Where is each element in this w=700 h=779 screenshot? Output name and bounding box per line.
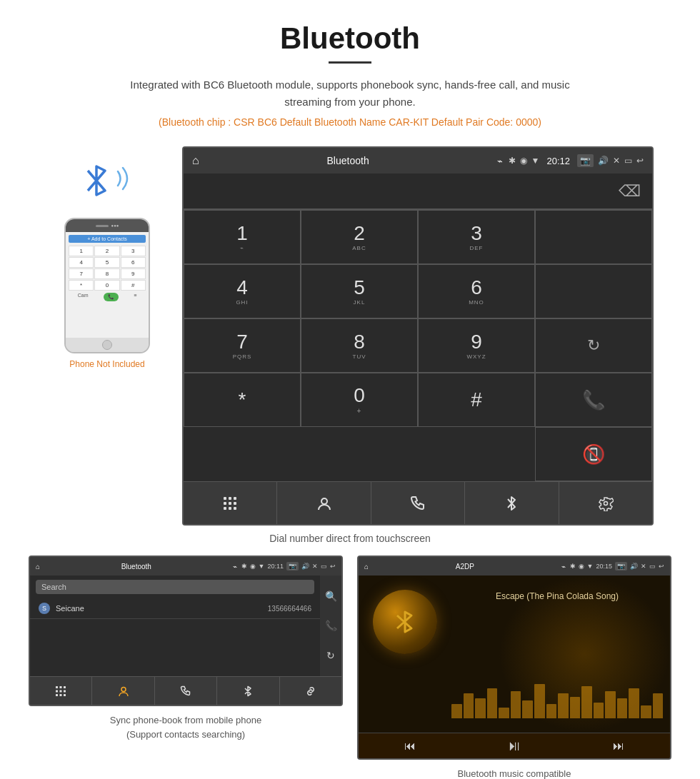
music-bar [605, 691, 616, 718]
pb-close-icon[interactable]: ✕ [312, 563, 318, 570]
music-vol-icon[interactable]: 🔊 [630, 563, 638, 570]
dial-key-0[interactable]: 0+ [301, 373, 418, 427]
phone-key-2[interactable]: 2 [94, 246, 119, 256]
pb-nav-dialpad[interactable] [30, 677, 92, 705]
dial-key-2[interactable]: 2ABC [301, 210, 418, 264]
svg-point-10 [604, 501, 607, 505]
dial-key-7[interactable]: 7PQRS [184, 318, 301, 373]
pb-search-icon[interactable]: 🔍 [325, 590, 337, 602]
car-status-bar: ⌂ Bluetooth ⌁ ✱ ◉ ▼ 20:12 📷 🔊 ✕ ▭ ↩ [184, 148, 652, 174]
dial-key-8[interactable]: 8TUV [301, 318, 418, 373]
title-underline [329, 61, 371, 64]
pb-back-icon[interactable]: ↩ [330, 563, 336, 570]
music-screen: ⌂ A2DP ⌁ ✱ ◉ ▼ 20:15 📷 🔊 ✕ ▭ ↩ [357, 556, 671, 760]
music-screen-icon[interactable]: ▭ [649, 563, 656, 570]
pb-loc-icon: ◉ [250, 563, 256, 570]
nav-bluetooth-icon[interactable] [465, 482, 559, 524]
svg-rect-14 [56, 690, 58, 692]
phone-key-8[interactable]: 8 [94, 268, 119, 279]
music-close-icon[interactable]: ✕ [641, 563, 646, 570]
pb-sync-icon[interactable]: ↻ [326, 650, 335, 661]
phone-key-1[interactable]: 1 [69, 246, 94, 256]
pb-contact-row[interactable]: S Seicane 13566664466 [30, 598, 320, 619]
music-bar [511, 691, 521, 718]
dial-key-5[interactable]: 5JKL [301, 264, 418, 318]
dial-key-9[interactable]: 9WXYZ [418, 318, 535, 373]
music-back-icon[interactable]: ↩ [659, 563, 664, 570]
dial-end-call-btn[interactable]: 📵 [535, 427, 652, 481]
pb-vol-icon[interactable]: 🔊 [301, 563, 309, 570]
bottom-panels: ⌂ Bluetooth ⌁ ✱ ◉ ▼ 20:11 📷 🔊 ✕ ▭ ↩ [0, 556, 700, 779]
pb-time: 20:11 [267, 563, 284, 570]
music-home-icon[interactable]: ⌂ [364, 563, 369, 571]
music-next-btn[interactable]: ⏭ [613, 740, 624, 753]
nav-dialpad-icon[interactable] [184, 482, 277, 524]
phone-key-3[interactable]: 3 [121, 246, 146, 256]
pb-spacer [30, 619, 320, 676]
pb-nav-contacts[interactable] [92, 677, 154, 705]
dial-caption: Dial number direct from touchscreen [0, 533, 700, 544]
phone-not-included-label: Phone Not Included [69, 359, 144, 369]
phone-key-9[interactable]: 9 [121, 268, 146, 279]
pb-nav-bt[interactable] [217, 677, 279, 705]
pb-contact-number: 13566664466 [268, 605, 311, 613]
screen-icon[interactable]: ▭ [624, 156, 632, 166]
svg-rect-17 [56, 694, 58, 696]
back-icon[interactable]: ↩ [636, 156, 644, 166]
phone-key-6[interactable]: 6 [121, 257, 146, 268]
dial-key-3[interactable]: 3DEF [418, 210, 535, 264]
pb-nav-link[interactable] [280, 677, 341, 705]
music-album-art [373, 590, 437, 654]
phonebook-panel: ⌂ Bluetooth ⌁ ✱ ◉ ▼ 20:11 📷 🔊 ✕ ▭ ↩ [29, 556, 343, 779]
music-bar [534, 684, 545, 718]
dial-call-green-btn[interactable]: 📞 [535, 373, 652, 427]
svg-rect-16 [64, 690, 66, 692]
camera-icon[interactable]: 📷 [577, 154, 594, 167]
close-icon[interactable]: ✕ [613, 156, 620, 166]
phone-key-5[interactable]: 5 [94, 257, 119, 268]
dial-key-6[interactable]: 6MNO [418, 264, 535, 318]
phone-key-7[interactable]: 7 [69, 268, 94, 279]
pb-search-placeholder: Search [41, 583, 66, 591]
pb-camera-icon[interactable]: 📷 [286, 562, 299, 571]
svg-rect-19 [64, 694, 66, 696]
nav-phone-icon[interactable] [371, 482, 465, 524]
music-controls: ⏮ ⏯ ⏭ [359, 733, 670, 758]
pb-nav-phone[interactable] [155, 677, 217, 705]
pb-home-icon[interactable]: ⌂ [36, 563, 40, 571]
svg-rect-13 [64, 686, 66, 688]
phone-home-button[interactable] [102, 340, 112, 350]
pb-search-bar[interactable]: Search [36, 580, 314, 594]
music-camera-icon[interactable]: 📷 [615, 562, 627, 571]
phone-call-btn[interactable]: 📞 [104, 293, 119, 301]
nav-contacts-icon[interactable] [277, 482, 371, 524]
phone-bottom-row: Cam 📞 ≡ [69, 291, 146, 303]
phone-key-star[interactable]: * [69, 280, 94, 291]
svg-rect-5 [234, 502, 236, 505]
phone-key-0[interactable]: 0 [94, 280, 119, 291]
pb-call-icon[interactable]: 📞 [325, 620, 337, 631]
dial-key-star[interactable]: * [184, 373, 301, 427]
page-header: Bluetooth Integrated with BC6 Bluetooth … [0, 0, 700, 146]
svg-point-9 [321, 498, 327, 504]
music-play-pause-btn[interactable]: ⏯ [507, 738, 521, 754]
pb-status-bar: ⌂ Bluetooth ⌁ ✱ ◉ ▼ 20:11 📷 🔊 ✕ ▭ ↩ [30, 557, 341, 576]
car-dialer-screen: ⌂ Bluetooth ⌁ ✱ ◉ ▼ 20:12 📷 🔊 ✕ ▭ ↩ ⌫ [182, 146, 654, 526]
nav-settings-icon[interactable] [559, 482, 652, 524]
phone-section: ●●● + Add to Contacts 1 2 3 4 5 6 7 8 9 … [46, 161, 168, 369]
dial-reload-btn[interactable]: ↻ [535, 318, 652, 373]
home-icon[interactable]: ⌂ [192, 154, 199, 167]
phone-key-hash[interactable]: # [121, 280, 146, 291]
dial-key-hash[interactable]: # [418, 373, 535, 427]
phone-bottom-bar [66, 338, 149, 352]
phone-key-4[interactable]: 4 [69, 257, 94, 268]
dial-key-4[interactable]: 4GHI [184, 264, 301, 318]
pb-screen-icon[interactable]: ▭ [321, 563, 327, 570]
music-status-icons: ✱ ◉ ▼ 20:15 📷 🔊 ✕ ▭ ↩ [570, 562, 664, 571]
music-prev-btn[interactable]: ⏮ [404, 740, 416, 753]
phone-screen-header: + Add to Contacts [69, 235, 146, 243]
volume-icon[interactable]: 🔊 [598, 156, 609, 166]
backspace-button[interactable]: ⌫ [619, 182, 641, 201]
phone-menu-btn: ≡ [134, 293, 136, 301]
dial-key-1[interactable]: 1⌁ [184, 210, 301, 264]
